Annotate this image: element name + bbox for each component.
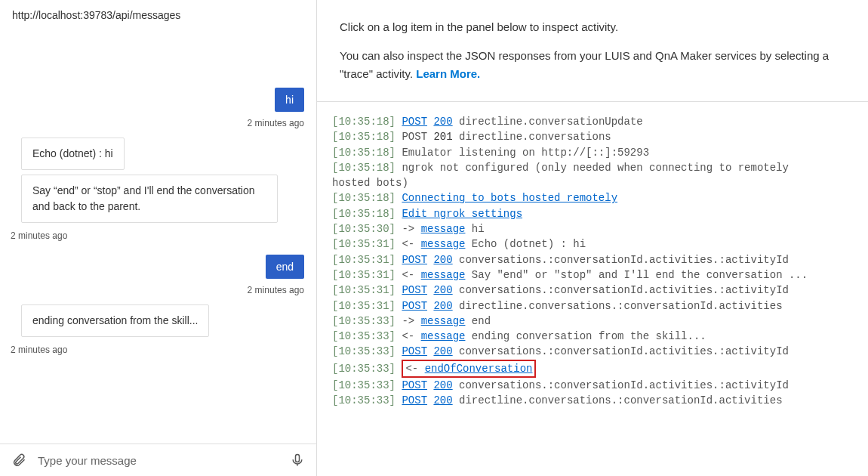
log-link[interactable]: endOfConversation — [425, 363, 533, 375]
endpoint-url: http://localhost:39783/api/messages — [0, 0, 316, 30]
log-timestamp: [10:35:33] — [332, 330, 396, 342]
learn-more-link[interactable]: Learn More. — [416, 67, 480, 80]
log-timestamp: [10:35:18] — [332, 131, 396, 143]
log-line[interactable]: [10:35:18] Edit ngrok settings — [332, 206, 853, 221]
log-link[interactable]: POST — [402, 345, 427, 357]
log-line[interactable]: [10:35:33] POST 200 conversations.:conve… — [332, 344, 853, 359]
log-timestamp: [10:35:33] — [332, 379, 396, 391]
log-line[interactable]: [10:35:31] <- message Echo (dotnet) : hi — [332, 236, 853, 252]
log-line[interactable]: [10:35:31] <- message Say "end" or "stop… — [332, 267, 853, 283]
log-text: <- — [405, 363, 424, 375]
log-line[interactable]: [10:35:31] POST 200 conversations.:conve… — [332, 252, 853, 267]
log-link[interactable]: 200 — [433, 379, 452, 391]
log-text: Emulator listening on http://[::]:59293 — [402, 147, 649, 159]
log-line[interactable]: [10:35:33] <- endOfConversation — [332, 360, 853, 378]
log-text: -> — [402, 223, 420, 235]
info-block: Click on a log item in the panel below t… — [317, 0, 868, 102]
svg-rect-0 — [296, 455, 300, 462]
bot-message[interactable]: ending conversation from the skill... — [21, 304, 209, 337]
log-text: hi — [472, 223, 485, 235]
log-line[interactable]: [10:35:31] POST 200 conversations.:conve… — [332, 283, 853, 298]
chat-panel: http://localhost:39783/api/messages hi 2… — [0, 0, 317, 476]
log-link[interactable]: Connecting to bots hosted remotely — [402, 192, 617, 204]
log-link[interactable]: message — [421, 315, 466, 327]
message-input[interactable] — [38, 454, 279, 467]
log-link[interactable]: POST — [402, 116, 427, 128]
log-timestamp: [10:35:18] — [332, 162, 396, 174]
log-text: ngrok not configured (only needed when c… — [402, 162, 788, 174]
log-line[interactable]: [10:35:30] -> message hi — [332, 221, 853, 236]
timestamp: 2 minutes ago — [248, 285, 304, 295]
log-line[interactable]: [10:35:18] POST 201 directline.conversat… — [332, 129, 853, 144]
log-link[interactable]: 200 — [433, 300, 452, 312]
log-text: POST — [402, 131, 433, 143]
log-text: directline.conversationUpdate — [459, 116, 643, 128]
log-link[interactable]: POST — [402, 379, 427, 391]
timestamp: 2 minutes ago — [11, 345, 67, 355]
log-text: <- — [402, 238, 420, 250]
log-link[interactable]: POST — [402, 394, 427, 406]
log-text: Say "end" or "stop" and I'll end the con… — [472, 269, 808, 281]
log-link[interactable]: message — [421, 269, 466, 281]
log-text: directline.conversations.:conversationId… — [459, 300, 782, 312]
info-text: Click on a log item in the panel below t… — [340, 18, 845, 36]
log-text: end — [472, 315, 491, 327]
log-link[interactable]: 200 — [433, 345, 452, 357]
log-timestamp: [10:35:31] — [332, 284, 396, 296]
log-line[interactable]: [10:35:18] POST 200 directline.conversat… — [332, 114, 853, 129]
log-panel[interactable]: [10:35:18] POST 200 directline.conversat… — [317, 102, 868, 476]
log-timestamp: [10:35:18] — [332, 192, 396, 204]
log-text: conversations.:conversationId.activities… — [459, 254, 789, 266]
user-message[interactable]: end — [266, 255, 304, 279]
attachment-icon[interactable] — [11, 452, 27, 468]
log-timestamp: [10:35:33] — [332, 363, 396, 375]
log-link[interactable]: message — [421, 223, 466, 235]
log-text: conversations.:conversationId.activities… — [459, 284, 789, 296]
log-link[interactable]: Edit ngrok settings — [402, 208, 522, 220]
info-text: You can also inspect the JSON responses … — [340, 47, 845, 83]
inspector-panel: Click on a log item in the panel below t… — [317, 0, 868, 476]
log-line[interactable]: [10:35:18] ngrok not configured (only ne… — [332, 160, 853, 175]
log-timestamp: [10:35:31] — [332, 254, 396, 266]
highlight-box: <- endOfConversation — [402, 360, 536, 378]
microphone-icon[interactable] — [289, 452, 306, 468]
log-timestamp: [10:35:31] — [332, 300, 396, 312]
log-line[interactable]: [10:35:33] <- message ending conversatio… — [332, 329, 853, 344]
log-line[interactable]: [10:35:18] Connecting to bots hosted rem… — [332, 190, 853, 206]
log-text: directline.conversations.:conversationId… — [459, 394, 782, 406]
log-link[interactable]: POST — [402, 284, 427, 296]
timestamp: 2 minutes ago — [248, 118, 304, 128]
log-timestamp: [10:35:33] — [332, 394, 396, 406]
log-timestamp: [10:35:33] — [332, 345, 396, 357]
log-link[interactable]: 200 — [433, 394, 452, 406]
log-line[interactable]: [10:35:33] POST 200 directline.conversat… — [332, 393, 853, 408]
log-text: <- — [402, 269, 420, 281]
log-text: hosted bots) — [332, 177, 408, 189]
chat-transcript: hi 2 minutes ago Echo (dotnet) : hi Say … — [0, 30, 316, 444]
log-link[interactable]: message — [421, 330, 466, 342]
log-link[interactable]: 200 — [433, 116, 452, 128]
timestamp: 2 minutes ago — [11, 230, 67, 241]
log-timestamp: [10:35:31] — [332, 269, 396, 281]
log-timestamp: [10:35:31] — [332, 238, 396, 250]
log-text: <- — [402, 330, 420, 342]
log-link[interactable]: POST — [402, 300, 427, 312]
bot-message[interactable]: Say “end” or “stop” and I'll end the con… — [21, 175, 278, 223]
message-input-bar — [0, 444, 316, 476]
user-message[interactable]: hi — [275, 88, 304, 112]
log-timestamp: [10:35:18] — [332, 116, 396, 128]
log-text: ending conversation from the skill... — [472, 330, 706, 342]
log-line[interactable]: [10:35:33] POST 200 conversations.:conve… — [332, 378, 853, 393]
log-line[interactable]: [10:35:31] POST 200 directline.conversat… — [332, 298, 853, 314]
bot-message[interactable]: Echo (dotnet) : hi — [21, 138, 125, 170]
log-link[interactable]: message — [421, 238, 466, 250]
log-line[interactable]: hosted bots) — [332, 175, 853, 190]
log-link[interactable]: POST — [402, 254, 427, 266]
log-line[interactable]: [10:35:18] Emulator listening on http://… — [332, 145, 853, 160]
log-timestamp: [10:35:18] — [332, 208, 396, 220]
log-timestamp: [10:35:30] — [332, 223, 396, 235]
log-line[interactable]: [10:35:33] -> message end — [332, 314, 853, 329]
log-link[interactable]: 200 — [433, 254, 452, 266]
log-link[interactable]: 200 — [433, 284, 452, 296]
log-text: conversations.:conversationId.activities… — [459, 345, 789, 357]
